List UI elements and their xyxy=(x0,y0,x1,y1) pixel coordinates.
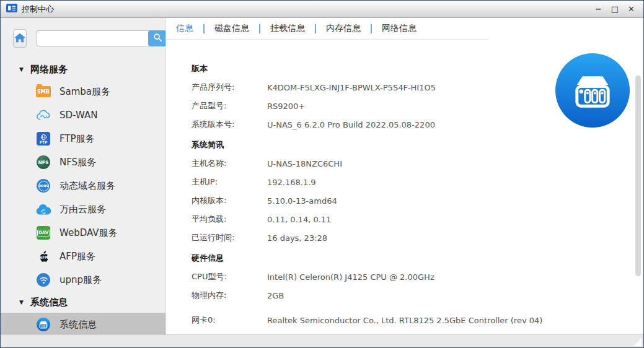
search-icon xyxy=(153,33,162,44)
info-row-nic0: 网卡0: Realtek Semiconductor Co., Ltd. RTL… xyxy=(192,311,643,329)
home-icon xyxy=(14,32,26,45)
titlebar: 控制中心 − □ ✕ xyxy=(1,1,643,18)
info-row-memory: 物理内存: 2GB xyxy=(192,286,643,305)
system-info-nas-icon xyxy=(35,316,51,333)
info-row-cpu: CPU型号: Intel(R) Celeron(R) J4125 CPU @ 2… xyxy=(192,268,643,286)
ddns-icon: DDNS xyxy=(35,178,51,194)
sidebar-item-ftp[interactable]: FTP FTP服务 xyxy=(1,127,165,150)
tab-network-info[interactable]: 网络信息 xyxy=(372,23,426,34)
sidebar-item-label: NFS服务 xyxy=(60,157,96,168)
home-button[interactable] xyxy=(13,29,27,48)
info-row-hostname: 主机名称: U-NAS-18NZC6CHI xyxy=(192,154,643,173)
sidebar-item-label: WebDAV服务 xyxy=(60,227,118,239)
cloud-icon xyxy=(35,201,51,217)
sidebar-item-label: Samba服务 xyxy=(60,86,110,98)
nfs-icon: NFS xyxy=(35,154,51,170)
sidebar-item-afp[interactable]: AFP AFP服务 xyxy=(1,245,165,268)
sidebar: ▼ 网络服务 SMB Samba服务 SD-WAN FTP xyxy=(1,18,166,334)
svg-text:AFP: AFP xyxy=(40,256,47,259)
sidebar-item-label: 万由云服务 xyxy=(60,204,106,215)
tab-bar: 信息 磁盘信息 挂载信息 内存信息 网络信息 xyxy=(166,18,643,39)
section-label: 网络服务 xyxy=(30,64,68,76)
main-panel: 信息 磁盘信息 挂载信息 内存信息 网络信息 版本 产品序列号: K4DOM-F… xyxy=(166,18,643,334)
ftp-globe-icon: FTP xyxy=(35,131,51,147)
control-center-window: 控制中心 − □ ✕ xyxy=(0,0,644,348)
minimize-button[interactable]: − xyxy=(595,5,602,13)
sidebar-item-sdwan[interactable]: SD-WAN xyxy=(1,103,165,127)
control-center-icon xyxy=(6,3,17,15)
info-row-load-average: 平均负载: 0.11, 0.14, 0.11 xyxy=(192,210,643,228)
sidebar-item-system-info[interactable]: 系统信息 xyxy=(1,313,165,334)
sidebar-section-network-services[interactable]: ▼ 网络服务 xyxy=(1,59,165,80)
section-title-hardware: 硬件信息 xyxy=(192,249,643,268)
sidebar-item-label: 动态域名服务 xyxy=(60,180,115,192)
resize-grip[interactable] xyxy=(633,338,642,346)
smb-folder-icon: SMB xyxy=(35,84,51,100)
info-row-uptime: 已运行时间: 16 days, 23:28 xyxy=(192,228,643,247)
statusbar xyxy=(1,334,643,347)
scrollbar-thumb[interactable] xyxy=(635,76,641,276)
info-row-kernel: 内核版本: 5.10.0-13-amd64 xyxy=(192,191,643,210)
nas-device-icon xyxy=(555,53,630,128)
sidebar-section-system-info[interactable]: ▼ 系统信息 xyxy=(1,292,165,313)
sidebar-item-upnp[interactable]: upnp服务 xyxy=(1,268,165,292)
sidebar-item-nfs[interactable]: NFS NFS服务 xyxy=(1,150,165,174)
close-button[interactable]: ✕ xyxy=(628,5,635,13)
webdav-icon: DAV xyxy=(35,225,51,241)
search-input[interactable] xyxy=(37,30,150,46)
chevron-down-icon: ▼ xyxy=(19,299,24,305)
chevron-down-icon: ▼ xyxy=(19,66,24,72)
apple-icon: AFP xyxy=(35,248,51,264)
sdwan-cloud-icon xyxy=(35,107,51,123)
tab-disk-info[interactable]: 磁盘信息 xyxy=(205,23,259,34)
sidebar-toolbar xyxy=(1,18,165,59)
window-title: 控制中心 xyxy=(22,4,54,15)
tab-info[interactable]: 信息 xyxy=(176,23,203,34)
tab-mount-info[interactable]: 挂载信息 xyxy=(260,23,315,34)
sidebar-item-label: 系统信息 xyxy=(60,319,97,331)
section-label: 系统信息 xyxy=(30,297,68,308)
tab-memory-info[interactable]: 内存信息 xyxy=(316,23,371,34)
sidebar-item-label: upnp服务 xyxy=(60,274,102,286)
sidebar-item-wanyou-cloud[interactable]: 万由云服务 xyxy=(1,198,165,221)
sidebar-item-label: SD-WAN xyxy=(60,110,97,121)
sidebar-item-ddns[interactable]: DDNS 动态域名服务 xyxy=(1,174,165,198)
sidebar-item-webdav[interactable]: DAV WebDAV服务 xyxy=(1,221,165,245)
info-row-host-ip: 主机IP: 192.168.1.9 xyxy=(192,173,643,191)
sidebar-item-samba[interactable]: SMB Samba服务 xyxy=(1,80,165,103)
upnp-wifi-icon xyxy=(35,272,51,288)
search-button[interactable] xyxy=(148,30,166,46)
sidebar-item-label: FTP服务 xyxy=(60,133,95,145)
section-title-system-summary: 系统简讯 xyxy=(192,136,643,154)
window-controls: − □ ✕ xyxy=(595,5,638,13)
maximize-button[interactable]: □ xyxy=(611,5,619,13)
sidebar-item-label: AFP服务 xyxy=(60,251,95,263)
